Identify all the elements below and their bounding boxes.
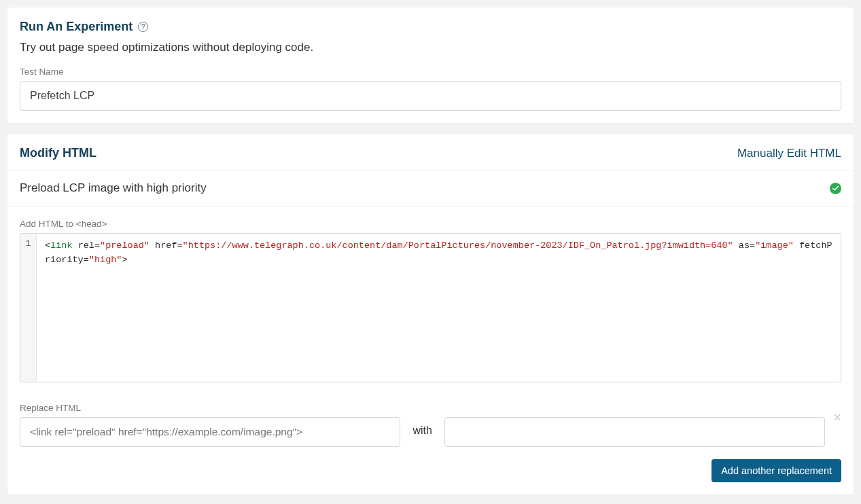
check-icon bbox=[830, 183, 841, 194]
experiment-card: Run An Experiment ? Try out page speed o… bbox=[7, 7, 854, 124]
experiment-title-text: Run An Experiment bbox=[20, 20, 133, 34]
close-icon[interactable]: × bbox=[833, 410, 841, 424]
add-replacement-button[interactable]: Add another replacement bbox=[711, 459, 841, 482]
rule-row: Preload LCP image with high priority bbox=[7, 170, 854, 206]
line-number: 1 bbox=[20, 238, 36, 249]
experiment-subtitle: Try out page speed optimizations without… bbox=[20, 41, 841, 54]
test-name-input[interactable] bbox=[20, 81, 841, 111]
code-editor[interactable]: 1 <link rel="preload" href="https://www.… bbox=[20, 233, 841, 382]
experiment-title: Run An Experiment ? bbox=[20, 20, 841, 34]
actions-row: Add another replacement bbox=[7, 459, 854, 494]
replace-label: Replace HTML bbox=[7, 403, 854, 413]
manual-edit-link[interactable]: Manually Edit HTML bbox=[737, 147, 841, 160]
code-gutter: 1 bbox=[20, 234, 37, 382]
code-content[interactable]: <link rel="preload" href="https://www.te… bbox=[37, 234, 841, 382]
replace-row: with × bbox=[7, 417, 854, 459]
rule-title: Preload LCP image with high priority bbox=[20, 181, 207, 195]
replace-find-input[interactable] bbox=[20, 417, 400, 447]
modify-header: Modify HTML Manually Edit HTML bbox=[7, 134, 854, 170]
modify-title: Modify HTML bbox=[20, 146, 96, 160]
add-html-label: Add HTML to <head> bbox=[20, 219, 841, 229]
modify-card: Modify HTML Manually Edit HTML Preload L… bbox=[7, 133, 854, 495]
editor-area: Add HTML to <head> 1 <link rel="preload"… bbox=[7, 206, 854, 386]
test-name-label: Test Name bbox=[20, 67, 841, 77]
replace-with-input[interactable] bbox=[444, 417, 825, 447]
with-label: with bbox=[411, 425, 433, 437]
help-icon[interactable]: ? bbox=[138, 22, 148, 32]
